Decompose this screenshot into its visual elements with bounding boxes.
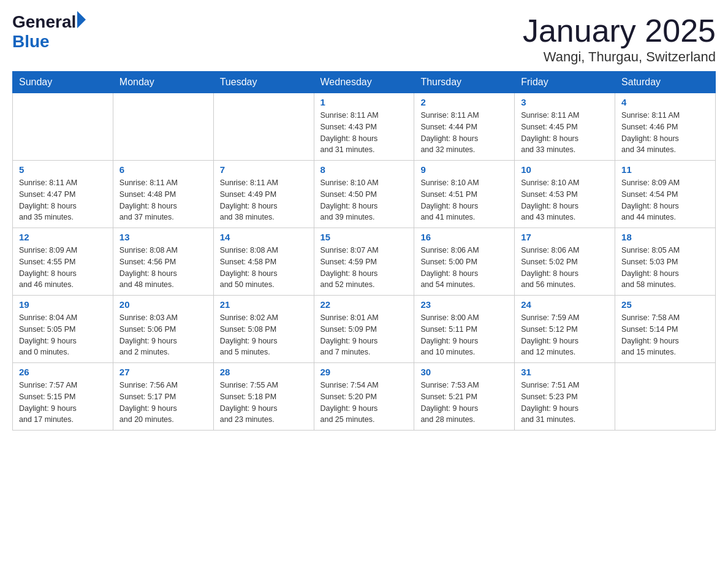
logo-blue: Blue — [12, 32, 50, 51]
day-info: Sunrise: 8:11 AM Sunset: 4:43 PM Dayligh… — [320, 110, 408, 156]
day-info: Sunrise: 8:05 AM Sunset: 5:03 PM Dayligh… — [621, 245, 709, 291]
day-number: 31 — [521, 367, 609, 377]
day-info: Sunrise: 8:11 AM Sunset: 4:45 PM Dayligh… — [521, 110, 609, 156]
day-number: 19 — [19, 299, 107, 310]
week-row-5: 26Sunrise: 7:57 AM Sunset: 5:15 PM Dayli… — [13, 363, 716, 431]
day-cell: 16Sunrise: 8:06 AM Sunset: 5:00 PM Dayli… — [414, 228, 515, 296]
calendar-table: SundayMondayTuesdayWednesdayThursdayFrid… — [12, 71, 716, 431]
day-number: 11 — [621, 164, 709, 175]
logo: General Blue — [12, 12, 86, 52]
day-number: 1 — [320, 97, 408, 107]
day-info: Sunrise: 8:11 AM Sunset: 4:44 PM Dayligh… — [420, 110, 508, 156]
header-day-friday: Friday — [515, 72, 615, 93]
day-info: Sunrise: 8:01 AM Sunset: 5:09 PM Dayligh… — [320, 312, 408, 358]
title-section: January 2025 Wangi, Thurgau, Switzerland — [523, 12, 716, 65]
page-header: General Blue January 2025 Wangi, Thurgau… — [12, 12, 716, 65]
day-cell: 10Sunrise: 8:10 AM Sunset: 4:53 PM Dayli… — [515, 161, 615, 228]
day-number: 5 — [19, 164, 107, 175]
day-cell: 25Sunrise: 7:58 AM Sunset: 5:14 PM Dayli… — [615, 296, 716, 363]
day-cell: 1Sunrise: 8:11 AM Sunset: 4:43 PM Daylig… — [314, 93, 414, 161]
day-number: 14 — [220, 232, 308, 242]
day-cell: 6Sunrise: 8:11 AM Sunset: 4:48 PM Daylig… — [113, 161, 213, 228]
day-info: Sunrise: 8:11 AM Sunset: 4:49 PM Dayligh… — [220, 177, 308, 223]
day-cell: 12Sunrise: 8:09 AM Sunset: 4:55 PM Dayli… — [13, 228, 113, 296]
day-number: 30 — [420, 367, 508, 377]
day-info: Sunrise: 8:07 AM Sunset: 4:59 PM Dayligh… — [320, 245, 408, 291]
day-number: 13 — [119, 232, 207, 242]
header-day-tuesday: Tuesday — [213, 72, 314, 93]
day-cell: 20Sunrise: 8:03 AM Sunset: 5:06 PM Dayli… — [113, 296, 213, 363]
day-info: Sunrise: 8:11 AM Sunset: 4:48 PM Dayligh… — [119, 177, 207, 223]
day-info: Sunrise: 7:53 AM Sunset: 5:21 PM Dayligh… — [420, 380, 508, 426]
day-info: Sunrise: 8:10 AM Sunset: 4:50 PM Dayligh… — [320, 177, 408, 223]
day-cell — [13, 93, 113, 161]
day-info: Sunrise: 8:09 AM Sunset: 4:54 PM Dayligh… — [621, 177, 709, 223]
week-row-4: 19Sunrise: 8:04 AM Sunset: 5:05 PM Dayli… — [13, 296, 716, 363]
day-number: 10 — [521, 164, 609, 175]
header-day-wednesday: Wednesday — [314, 72, 414, 93]
day-cell: 18Sunrise: 8:05 AM Sunset: 5:03 PM Dayli… — [615, 228, 716, 296]
day-cell: 2Sunrise: 8:11 AM Sunset: 4:44 PM Daylig… — [414, 93, 515, 161]
day-number: 21 — [220, 299, 308, 310]
day-number: 9 — [420, 164, 508, 175]
day-info: Sunrise: 7:56 AM Sunset: 5:17 PM Dayligh… — [119, 380, 207, 426]
day-cell: 11Sunrise: 8:09 AM Sunset: 4:54 PM Dayli… — [615, 161, 716, 228]
day-number: 3 — [521, 97, 609, 107]
day-cell: 21Sunrise: 8:02 AM Sunset: 5:08 PM Dayli… — [213, 296, 314, 363]
day-number: 2 — [420, 97, 508, 107]
day-cell: 22Sunrise: 8:01 AM Sunset: 5:09 PM Dayli… — [314, 296, 414, 363]
day-info: Sunrise: 8:06 AM Sunset: 5:02 PM Dayligh… — [521, 245, 609, 291]
day-info: Sunrise: 7:55 AM Sunset: 5:18 PM Dayligh… — [220, 380, 308, 426]
day-number: 24 — [521, 299, 609, 310]
day-number: 28 — [220, 367, 308, 377]
day-cell — [113, 93, 213, 161]
day-cell: 24Sunrise: 7:59 AM Sunset: 5:12 PM Dayli… — [515, 296, 615, 363]
day-number: 6 — [119, 164, 207, 175]
week-row-1: 1Sunrise: 8:11 AM Sunset: 4:43 PM Daylig… — [13, 93, 716, 161]
day-info: Sunrise: 8:08 AM Sunset: 4:58 PM Dayligh… — [220, 245, 308, 291]
day-cell — [213, 93, 314, 161]
day-cell: 28Sunrise: 7:55 AM Sunset: 5:18 PM Dayli… — [213, 363, 314, 431]
day-cell: 14Sunrise: 8:08 AM Sunset: 4:58 PM Dayli… — [213, 228, 314, 296]
day-info: Sunrise: 8:11 AM Sunset: 4:47 PM Dayligh… — [19, 177, 107, 223]
day-info: Sunrise: 7:57 AM Sunset: 5:15 PM Dayligh… — [19, 380, 107, 426]
day-cell: 23Sunrise: 8:00 AM Sunset: 5:11 PM Dayli… — [414, 296, 515, 363]
day-cell: 19Sunrise: 8:04 AM Sunset: 5:05 PM Dayli… — [13, 296, 113, 363]
day-number: 16 — [420, 232, 508, 242]
day-cell: 30Sunrise: 7:53 AM Sunset: 5:21 PM Dayli… — [414, 363, 515, 431]
day-cell: 3Sunrise: 8:11 AM Sunset: 4:45 PM Daylig… — [515, 93, 615, 161]
day-cell: 15Sunrise: 8:07 AM Sunset: 4:59 PM Dayli… — [314, 228, 414, 296]
header-day-thursday: Thursday — [414, 72, 515, 93]
day-info: Sunrise: 8:09 AM Sunset: 4:55 PM Dayligh… — [19, 245, 107, 291]
day-cell: 8Sunrise: 8:10 AM Sunset: 4:50 PM Daylig… — [314, 161, 414, 228]
calendar-title: January 2025 — [523, 12, 716, 49]
day-number: 4 — [621, 97, 709, 107]
logo-general: General — [12, 12, 76, 32]
day-info: Sunrise: 8:02 AM Sunset: 5:08 PM Dayligh… — [220, 312, 308, 358]
day-info: Sunrise: 8:10 AM Sunset: 4:51 PM Dayligh… — [420, 177, 508, 223]
day-info: Sunrise: 8:08 AM Sunset: 4:56 PM Dayligh… — [119, 245, 207, 291]
day-info: Sunrise: 8:04 AM Sunset: 5:05 PM Dayligh… — [19, 312, 107, 358]
day-cell: 7Sunrise: 8:11 AM Sunset: 4:49 PM Daylig… — [213, 161, 314, 228]
day-number: 23 — [420, 299, 508, 310]
day-cell — [615, 363, 716, 431]
day-info: Sunrise: 7:54 AM Sunset: 5:20 PM Dayligh… — [320, 380, 408, 426]
day-number: 8 — [320, 164, 408, 175]
day-info: Sunrise: 8:03 AM Sunset: 5:06 PM Dayligh… — [119, 312, 207, 358]
day-info: Sunrise: 8:10 AM Sunset: 4:53 PM Dayligh… — [521, 177, 609, 223]
day-info: Sunrise: 8:06 AM Sunset: 5:00 PM Dayligh… — [420, 245, 508, 291]
day-cell: 4Sunrise: 8:11 AM Sunset: 4:46 PM Daylig… — [615, 93, 716, 161]
day-cell: 31Sunrise: 7:51 AM Sunset: 5:23 PM Dayli… — [515, 363, 615, 431]
day-number: 12 — [19, 232, 107, 242]
week-row-3: 12Sunrise: 8:09 AM Sunset: 4:55 PM Dayli… — [13, 228, 716, 296]
day-number: 17 — [521, 232, 609, 242]
day-info: Sunrise: 8:00 AM Sunset: 5:11 PM Dayligh… — [420, 312, 508, 358]
day-number: 26 — [19, 367, 107, 377]
day-number: 29 — [320, 367, 408, 377]
day-cell: 29Sunrise: 7:54 AM Sunset: 5:20 PM Dayli… — [314, 363, 414, 431]
day-number: 22 — [320, 299, 408, 310]
header-day-monday: Monday — [113, 72, 213, 93]
day-number: 27 — [119, 367, 207, 377]
day-cell: 5Sunrise: 8:11 AM Sunset: 4:47 PM Daylig… — [13, 161, 113, 228]
day-cell: 26Sunrise: 7:57 AM Sunset: 5:15 PM Dayli… — [13, 363, 113, 431]
